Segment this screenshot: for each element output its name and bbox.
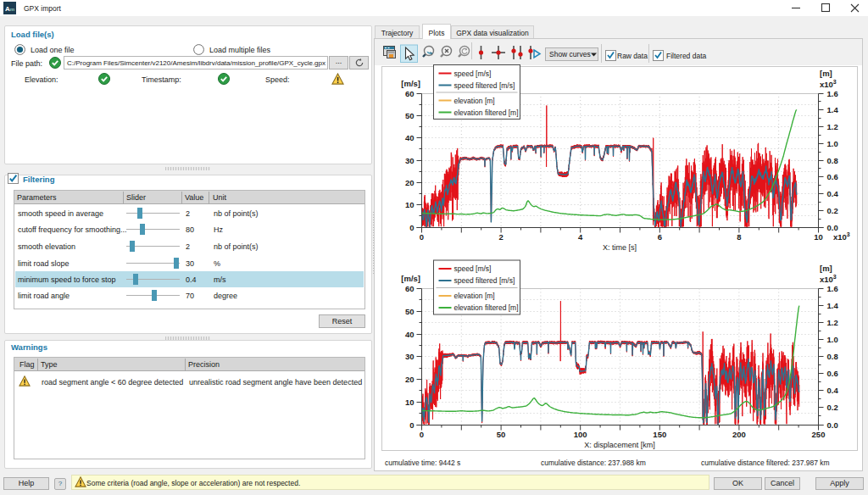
svg-text:1.2: 1.2: [827, 122, 838, 131]
svg-text:50: 50: [405, 111, 415, 120]
svg-text:[m/s]: [m/s]: [401, 79, 420, 88]
svg-text:0.0: 0.0: [827, 420, 838, 430]
svg-text:X: displacement [km]: X: displacement [km]: [584, 441, 655, 449]
svg-text:1.4: 1.4: [827, 301, 839, 310]
svg-text:60: 60: [405, 284, 415, 293]
svg-text:elevation filtered [m]: elevation filtered [m]: [454, 303, 519, 312]
svg-text:10: 10: [405, 200, 415, 209]
svg-text:[m]: [m]: [820, 264, 832, 273]
svg-text:10: 10: [814, 232, 823, 242]
svg-text:40: 40: [405, 330, 415, 339]
svg-text:200: 200: [732, 430, 746, 439]
svg-text:20: 20: [405, 375, 415, 384]
svg-text:30: 30: [405, 352, 415, 361]
svg-text:0.8: 0.8: [827, 352, 838, 361]
svg-text:0.8: 0.8: [827, 156, 838, 165]
svg-text:1.6: 1.6: [827, 284, 838, 293]
svg-text:speed filtered [m/s]: speed filtered [m/s]: [454, 276, 515, 285]
svg-text:Show curves: Show curves: [549, 50, 591, 58]
svg-text:1.0: 1.0: [827, 335, 838, 344]
svg-text:elevation [m]: elevation [m]: [454, 292, 495, 300]
svg-text:20: 20: [405, 178, 415, 187]
svg-text:Raw data: Raw data: [617, 52, 648, 60]
svg-text:10: 10: [405, 398, 415, 407]
svg-text:elevation [m]: elevation [m]: [454, 97, 495, 105]
svg-text:elevation filtered [m]: elevation filtered [m]: [454, 108, 519, 117]
svg-text:[m/s]: [m/s]: [401, 274, 420, 283]
svg-text:x103: x103: [833, 231, 850, 242]
svg-text:x103: x103: [820, 79, 837, 89]
svg-text:0.2: 0.2: [827, 206, 838, 215]
svg-text:30: 30: [405, 156, 415, 165]
svg-text:4: 4: [578, 232, 583, 242]
svg-text:8: 8: [737, 232, 741, 242]
svg-text:1.0: 1.0: [827, 139, 838, 148]
svg-text:speed filtered [m/s]: speed filtered [m/s]: [454, 81, 515, 90]
svg-text:[m]: [m]: [820, 69, 832, 78]
svg-text:X: time [s]: X: time [s]: [603, 243, 637, 252]
svg-text:150: 150: [653, 430, 666, 439]
svg-text:250: 250: [812, 430, 826, 439]
svg-text:6: 6: [658, 232, 662, 242]
svg-text:0.0: 0.0: [827, 223, 838, 232]
svg-text:40: 40: [405, 133, 415, 142]
svg-text:speed [m/s]: speed [m/s]: [454, 70, 492, 78]
svg-text:2: 2: [498, 232, 503, 242]
svg-text:100: 100: [574, 430, 587, 439]
svg-text:1.2: 1.2: [827, 318, 838, 327]
svg-text:1.4: 1.4: [827, 105, 839, 114]
svg-text:speed [m/s]: speed [m/s]: [454, 264, 492, 273]
svg-text:0: 0: [409, 420, 414, 430]
svg-text:50: 50: [497, 430, 506, 439]
svg-text:0: 0: [420, 232, 424, 242]
svg-text:0.2: 0.2: [827, 403, 838, 412]
svg-text:0: 0: [409, 223, 414, 232]
svg-text:0.4: 0.4: [827, 189, 839, 198]
svg-text:60: 60: [405, 89, 415, 98]
svg-text:Filtered data: Filtered data: [666, 52, 707, 60]
svg-text:0.6: 0.6: [827, 369, 838, 378]
svg-text:1.6: 1.6: [827, 89, 838, 98]
svg-text:0.4: 0.4: [827, 386, 839, 395]
svg-text:0: 0: [420, 430, 424, 439]
svg-text:x103: x103: [820, 274, 837, 284]
svg-text:50: 50: [405, 307, 415, 316]
svg-text:0.6: 0.6: [827, 172, 838, 181]
svg-text:m: m: [10, 7, 14, 12]
